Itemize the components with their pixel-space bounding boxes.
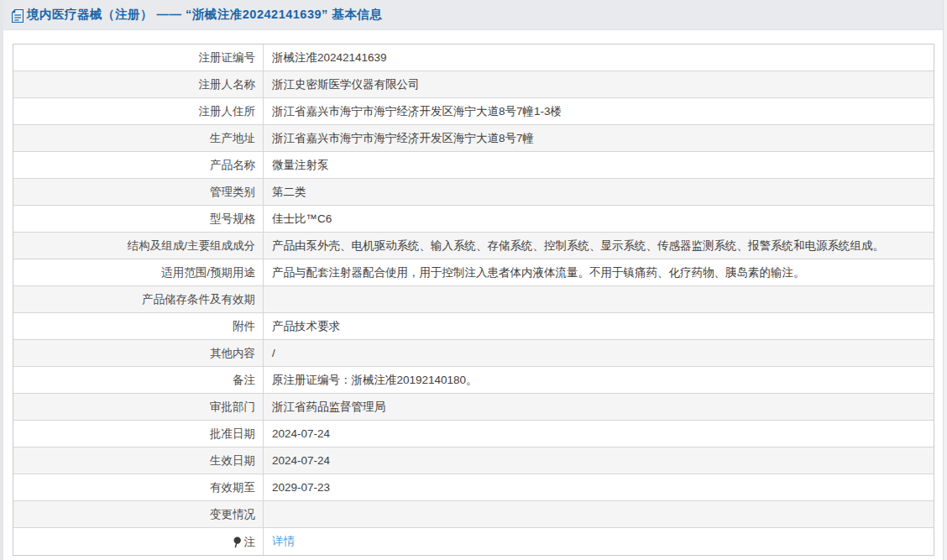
row-value: / bbox=[264, 340, 934, 366]
row-label: 批准日期 bbox=[13, 421, 264, 447]
row-label: 适用范围/预期用途 bbox=[13, 259, 264, 285]
page-right-edge bbox=[943, 0, 947, 560]
row-value: 产品技术要求 bbox=[264, 313, 934, 339]
row-value: 浙江省药品监督管理局 bbox=[264, 394, 934, 420]
row-label: 产品名称 bbox=[13, 152, 264, 178]
page-left-edge bbox=[0, 0, 3, 560]
table-row-reg-number: 注册证编号 浙械注准20242141639 bbox=[13, 44, 934, 71]
page-title: 境内医疗器械（注册） —— “浙械注准20242141639” 基本信息 bbox=[27, 7, 382, 23]
table-row-model-spec: 型号规格 佳士比™C6 bbox=[13, 206, 934, 233]
table-row-attachment: 附件 产品技术要求 bbox=[13, 313, 934, 340]
table-row-structure-composition: 结构及组成/主要组成成分 产品由泵外壳、电机驱动系统、输入系统、存储系统、控制系… bbox=[13, 233, 934, 259]
row-label: 生效日期 bbox=[13, 447, 264, 474]
table-row-expiry-date: 有效期至 2029-07-23 bbox=[13, 474, 934, 501]
row-value: 2029-07-23 bbox=[264, 474, 934, 500]
row-value: 浙江省嘉兴市海宁市海宁经济开发区海宁大道8号7幢1-3楼 bbox=[264, 98, 934, 124]
table-row-management-class: 管理类别 第二类 bbox=[13, 179, 934, 206]
row-label: 备注 bbox=[13, 367, 264, 393]
table-row-storage-validity: 产品储存条件及有效期 bbox=[13, 286, 934, 313]
row-label: 附件 bbox=[13, 313, 264, 339]
row-value: 2024-07-24 bbox=[264, 421, 934, 447]
row-label: 生产地址 bbox=[13, 125, 264, 151]
row-label: 审批部门 bbox=[13, 394, 264, 420]
row-value: 详情 bbox=[264, 528, 934, 555]
row-label: 注册人名称 bbox=[13, 71, 264, 97]
table-row-registrant-name: 注册人名称 浙江史密斯医学仪器有限公司 bbox=[13, 71, 934, 98]
row-value: 2024-07-24 bbox=[264, 447, 934, 474]
page-header-bar: 境内医疗器械（注册） —— “浙械注准20242141639” 基本信息 bbox=[3, 0, 944, 30]
row-label: 产品储存条件及有效期 bbox=[13, 286, 264, 312]
row-value: 微量注射泵 bbox=[264, 152, 934, 178]
table-row-effective-date: 生效日期 2024-07-24 bbox=[13, 447, 934, 474]
table-row-note: 注 详情 bbox=[13, 528, 934, 555]
table-row-intended-use: 适用范围/预期用途 产品与配套注射器配合使用，用于控制注入患者体内液体流量。不用… bbox=[13, 259, 934, 286]
row-value: 浙械注准20242141639 bbox=[264, 44, 934, 71]
row-value: 浙江省嘉兴市海宁市海宁经济开发区海宁大道8号7幢 bbox=[264, 125, 934, 151]
registration-info-table: 注册证编号 浙械注准20242141639 注册人名称 浙江史密斯医学仪器有限公… bbox=[13, 44, 934, 556]
row-label: 注册证编号 bbox=[13, 44, 264, 71]
row-label: 注册人住所 bbox=[13, 98, 264, 124]
row-label: 管理类别 bbox=[13, 179, 264, 205]
row-label: 型号规格 bbox=[13, 206, 264, 232]
row-label: 变更情况 bbox=[13, 501, 264, 527]
row-value: 产品由泵外壳、电机驱动系统、输入系统、存储系统、控制系统、显示系统、传感器监测系… bbox=[264, 233, 934, 259]
row-value: 第二类 bbox=[264, 179, 934, 205]
row-label: 有效期至 bbox=[13, 474, 264, 500]
row-value: 浙江史密斯医学仪器有限公司 bbox=[264, 71, 934, 97]
table-row-remark: 备注 原注册证编号：浙械注准20192140180。 bbox=[13, 367, 934, 394]
row-value bbox=[264, 286, 934, 312]
table-row-production-address: 生产地址 浙江省嘉兴市海宁市海宁经济开发区海宁大道8号7幢 bbox=[13, 125, 934, 152]
row-label: 结构及组成/主要组成成分 bbox=[13, 233, 264, 259]
table-row-approval-department: 审批部门 浙江省药品监督管理局 bbox=[13, 394, 934, 421]
table-row-approval-date: 批准日期 2024-07-24 bbox=[13, 421, 934, 447]
row-value: 佳士比™C6 bbox=[264, 206, 934, 232]
table-row-registrant-address: 注册人住所 浙江省嘉兴市海宁市海宁经济开发区海宁大道8号7幢1-3楼 bbox=[13, 98, 934, 125]
row-label: 注 bbox=[13, 528, 264, 555]
note-label: 注 bbox=[244, 529, 256, 555]
document-icon bbox=[12, 9, 24, 23]
table-row-other-content: 其他内容 / bbox=[13, 340, 934, 367]
row-value: 产品与配套注射器配合使用，用于控制注入患者体内液体流量。不用于镇痛药、化疗药物、… bbox=[264, 259, 934, 285]
table-row-product-name: 产品名称 微量注射泵 bbox=[13, 152, 934, 179]
note-balloon-icon bbox=[233, 536, 242, 548]
note-detail-link[interactable]: 详情 bbox=[272, 535, 295, 547]
row-value: 原注册证编号：浙械注准20192140180。 bbox=[264, 367, 934, 393]
table-row-change-status: 变更情况 bbox=[13, 501, 934, 528]
row-label: 其他内容 bbox=[13, 340, 264, 366]
row-value bbox=[264, 501, 934, 527]
